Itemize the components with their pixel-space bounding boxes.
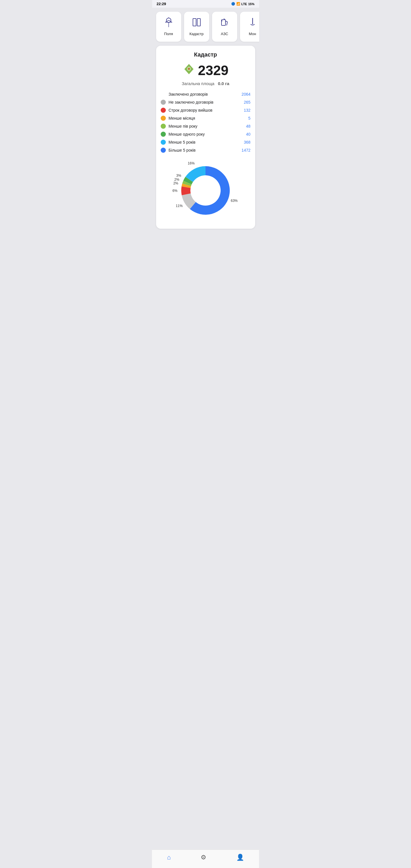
nav-card-fields-label: Поля xyxy=(164,32,173,36)
nav-card-mop-label: Мон xyxy=(249,32,256,36)
stat-value-more-5years[interactable]: 1472 xyxy=(242,148,250,152)
stat-dot-expired xyxy=(161,107,166,113)
stat-dot-less-year xyxy=(161,132,166,137)
network-label: LTE xyxy=(242,2,247,6)
stat-label-expired: Строк договору вийшов xyxy=(169,108,241,113)
stat-dot-less-half-year xyxy=(161,124,166,129)
fields-icon xyxy=(164,18,173,29)
chart-label-5: 3% xyxy=(177,174,182,178)
bluetooth-icon: 🔵 xyxy=(231,2,235,6)
cadastre-main-card: Кадастр 2329 Загальна площа 0.0 га xyxy=(156,46,255,229)
mop-icon xyxy=(248,18,257,29)
stat-label-more-5years: Більше 5 років xyxy=(169,148,239,152)
stat-label-less-year: Менше одного року xyxy=(169,132,243,136)
stat-label-concluded: Заключено договорів xyxy=(169,92,239,96)
nav-card-fields[interactable]: Поля xyxy=(156,12,181,42)
stat-value-expired[interactable]: 132 xyxy=(244,108,250,113)
stat-dot-less-month xyxy=(161,116,166,121)
nav-card-cadastre[interactable]: Кадастр xyxy=(184,12,209,42)
total-area-label: Загальна площа xyxy=(182,81,214,86)
stat-row-less-5years: Менше 5 років 368 xyxy=(161,140,251,145)
svg-point-9 xyxy=(221,20,222,22)
status-bar: 22:29 🔵 📶 LTE 15% xyxy=(152,0,259,8)
gas-icon xyxy=(220,18,229,29)
hero-number: 2329 xyxy=(198,63,229,78)
stat-dot-not-concluded xyxy=(161,100,166,105)
status-icons: 🔵 📶 LTE 15% xyxy=(231,2,255,6)
stats-list: Заключено договорів 2064 Не заключено до… xyxy=(161,92,251,153)
stat-row-concluded: Заключено договорів 2064 xyxy=(161,92,251,97)
stat-label-not-concluded: Не заключено договорів xyxy=(169,100,241,104)
chart-label-1: 11% xyxy=(176,204,183,208)
chart-label-0: 63% xyxy=(231,199,238,203)
stat-value-less-month[interactable]: 5 xyxy=(248,116,251,121)
total-area-value: 0.0 га xyxy=(218,81,229,86)
stat-row-less-year: Менше одного року 40 xyxy=(161,132,251,137)
svg-rect-7 xyxy=(197,19,200,26)
status-time: 22:29 xyxy=(157,2,166,6)
main-card-title: Кадастр xyxy=(161,52,251,58)
stat-value-less-half-year[interactable]: 48 xyxy=(246,124,251,128)
cadastre-icon xyxy=(192,18,201,29)
nav-cards-row: Поля Кадастр АЗС Мон xyxy=(152,8,259,44)
total-area-row: Загальна площа 0.0 га xyxy=(161,81,251,86)
nav-card-cadastre-label: Кадастр xyxy=(190,32,203,36)
stat-label-less-half-year: Менше пів року xyxy=(169,124,243,128)
stat-value-concluded[interactable]: 2064 xyxy=(242,92,250,96)
stat-label-less-5years: Менше 5 років xyxy=(169,140,241,145)
nav-card-mop[interactable]: Мон xyxy=(240,12,259,42)
svg-rect-6 xyxy=(193,19,196,26)
stat-value-less-5years[interactable]: 368 xyxy=(244,140,250,145)
stat-dot-concluded xyxy=(161,92,166,97)
location-icon xyxy=(183,63,195,78)
hero-row: 2329 xyxy=(161,63,251,78)
chart-label-6: 16% xyxy=(188,161,195,165)
chart-label-4: 2% xyxy=(175,178,180,182)
stat-value-less-year[interactable]: 40 xyxy=(246,132,251,136)
chart-label-2: 6% xyxy=(172,189,178,193)
nav-card-gas[interactable]: АЗС xyxy=(212,12,237,42)
stat-dot-less-5years xyxy=(161,140,166,145)
stat-row-less-month: Менше місяця 5 xyxy=(161,116,251,121)
stat-label-less-month: Менше місяця xyxy=(169,116,246,121)
stat-row-expired: Строк договору вийшов 132 xyxy=(161,107,251,113)
battery-label: 15% xyxy=(248,2,254,6)
stat-value-not-concluded[interactable]: 265 xyxy=(244,100,250,104)
signal-icon: 📶 xyxy=(236,2,240,6)
stat-row-more-5years: Більше 5 років 1472 xyxy=(161,148,251,153)
stat-row-not-concluded: Не заключено договорів 265 xyxy=(161,100,251,105)
nav-card-gas-label: АЗС xyxy=(221,32,228,36)
donut-chart: 63%11%6%2%2%3%16% xyxy=(161,159,251,222)
chart-label-3: 2% xyxy=(173,181,179,185)
stat-dot-more-5years xyxy=(161,148,166,153)
stat-row-less-half-year: Менше пів року 48 xyxy=(161,124,251,129)
